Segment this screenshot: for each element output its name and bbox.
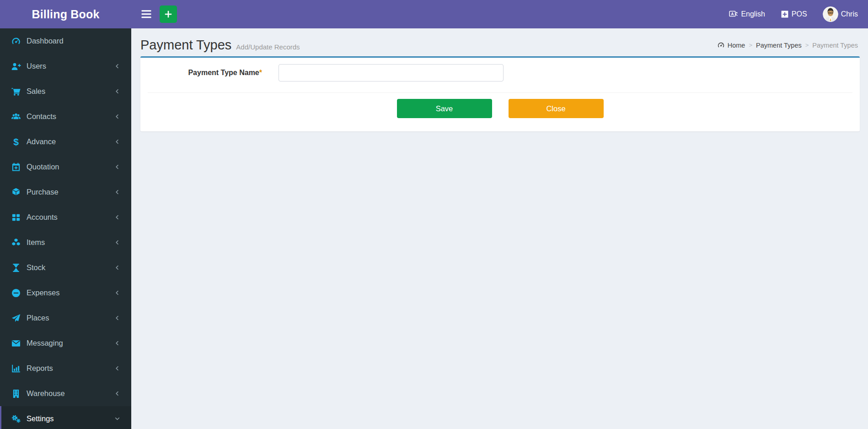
sidebar-label: Settings <box>27 414 54 423</box>
sidebar-item-accounts[interactable]: Accounts <box>0 205 131 230</box>
breadcrumb-home[interactable]: Home <box>717 41 745 49</box>
sidebar-item-advance[interactable]: $ Advance <box>0 129 131 154</box>
cart-icon <box>11 87 21 97</box>
gauge-icon <box>11 36 21 46</box>
chevron-down-icon <box>114 416 120 422</box>
required-asterisk: * <box>259 69 262 76</box>
home-gauge-icon <box>717 41 725 49</box>
add-new-button[interactable] <box>160 5 177 23</box>
sidebar-item-warehouse[interactable]: Warehouse <box>0 381 131 406</box>
dollar-icon: $ <box>11 137 21 147</box>
sidebar-item-items[interactable]: Items <box>0 230 131 255</box>
minus-circle-icon <box>11 288 21 298</box>
sidebar-label: Messaging <box>27 339 63 348</box>
content-header: Payment Types Add/Update Records Home > … <box>131 28 868 56</box>
chevron-left-icon <box>114 164 120 170</box>
user-avatar <box>823 6 838 22</box>
breadcrumb-payment-types[interactable]: Payment Types <box>756 42 802 49</box>
sidebar-label: Reports <box>27 364 53 373</box>
plus-icon <box>164 10 173 19</box>
sidebar-item-reports[interactable]: Reports <box>0 356 131 381</box>
page-title: Payment Types <box>140 38 231 53</box>
cube-icon <box>11 187 21 197</box>
sidebar-item-sales[interactable]: Sales <box>0 79 131 104</box>
sidebar-item-places[interactable]: Places <box>0 305 131 331</box>
user-menu[interactable]: Chris <box>823 6 858 22</box>
sidebar-item-settings[interactable]: Settings <box>0 406 131 429</box>
sidebar-label: Accounts <box>27 213 58 222</box>
language-label: English <box>741 10 765 18</box>
grid-icon <box>11 212 21 223</box>
payment-type-form-card: Payment Type Name* Save Close <box>140 56 860 131</box>
cogs-icon <box>11 414 21 424</box>
sidebar-item-dashboard[interactable]: Dashboard <box>0 28 131 54</box>
main-content: Payment Types Add/Update Records Home > … <box>131 28 868 429</box>
plus-square-icon <box>781 10 789 18</box>
breadcrumb-level1-label: Payment Types <box>756 42 802 49</box>
chevron-left-icon <box>114 290 120 296</box>
hourglass-icon <box>11 263 21 273</box>
paper-plane-icon <box>11 313 21 323</box>
page-subtitle: Add/Update Records <box>236 43 300 51</box>
sidebar-label: Users <box>27 62 46 71</box>
sidebar-label: Dashboard <box>27 37 64 45</box>
sidebar-label: Expenses <box>27 288 59 297</box>
chevron-left-icon <box>114 63 120 69</box>
payment-type-name-label: Payment Type Name* <box>148 69 262 77</box>
breadcrumb-current: Payment Types <box>812 42 858 49</box>
save-button[interactable]: Save <box>397 99 492 118</box>
chevron-left-icon <box>114 391 120 396</box>
sidebar-menu: Dashboard Users Sales Contacts $ Advance <box>0 28 131 429</box>
chevron-left-icon <box>114 88 120 94</box>
sidebar-item-expenses[interactable]: Expenses <box>0 280 131 305</box>
bar-chart-icon <box>11 364 21 374</box>
sidebar-item-users[interactable]: Users <box>0 54 131 79</box>
pos-button[interactable]: POS <box>781 10 807 18</box>
cubes-icon <box>11 238 21 248</box>
chevron-left-icon <box>114 189 120 195</box>
breadcrumb-separator: > <box>805 42 809 49</box>
payment-type-name-input[interactable] <box>279 64 504 81</box>
chevron-left-icon <box>114 315 120 321</box>
sidebar-label: Stock <box>27 263 45 272</box>
breadcrumb-separator: > <box>749 42 752 49</box>
close-button[interactable]: Close <box>509 99 604 118</box>
sidebar-item-purchase[interactable]: Purchase <box>0 179 131 205</box>
sidebar-item-contacts[interactable]: Contacts <box>0 104 131 129</box>
sidebar-label: Contacts <box>27 112 56 121</box>
sidebar-toggle-button[interactable] <box>139 6 154 22</box>
sidebar-label: Warehouse <box>27 389 65 398</box>
sidebar-label: Purchase <box>27 188 59 196</box>
sidebar-label: Places <box>27 314 49 322</box>
chevron-left-icon <box>114 139 120 145</box>
breadcrumb: Home > Payment Types > Payment Types <box>717 41 858 49</box>
brand-logo[interactable]: Billing Book <box>0 0 131 28</box>
sidebar-label: Quotation <box>27 163 59 171</box>
payment-type-name-row: Payment Type Name* <box>148 64 852 81</box>
form-footer: Save Close <box>140 93 860 131</box>
brand-title: Billing Book <box>32 8 99 21</box>
sidebar-label: Sales <box>27 87 45 96</box>
sidebar-label: Items <box>27 238 45 247</box>
sidebar-item-stock[interactable]: Stock <box>0 255 131 280</box>
pos-label: POS <box>792 10 807 18</box>
sidebar-label: Advance <box>27 137 56 146</box>
chevron-left-icon <box>114 214 120 220</box>
chevron-left-icon <box>114 265 120 271</box>
navbar-right: English POS <box>729 6 858 22</box>
users-icon <box>11 112 21 122</box>
sidebar-item-messaging[interactable]: Messaging <box>0 331 131 356</box>
language-icon <box>729 10 738 19</box>
chevron-left-icon <box>114 365 120 371</box>
sidebar-item-quotation[interactable]: Quotation <box>0 154 131 179</box>
chevron-left-icon <box>114 239 120 245</box>
envelope-icon <box>11 338 21 348</box>
form-body: Payment Type Name* <box>140 58 860 93</box>
hamburger-icon <box>141 10 152 19</box>
top-header: Billing Book English POS <box>0 0 868 28</box>
chevron-left-icon <box>114 340 120 346</box>
user-plus-icon <box>11 61 21 71</box>
navbar: English POS <box>131 0 868 28</box>
sidebar: Dashboard Users Sales Contacts $ Advance <box>0 28 131 429</box>
language-selector[interactable]: English <box>729 10 765 19</box>
